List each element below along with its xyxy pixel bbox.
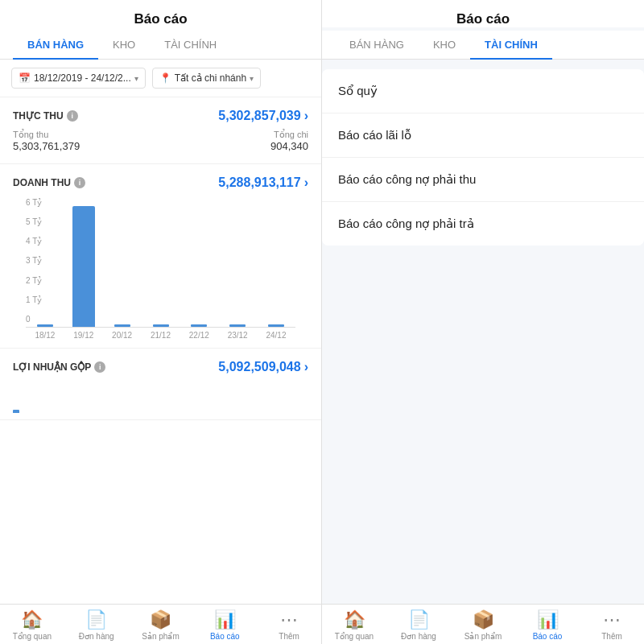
- tab-tai-chinh[interactable]: TÀI CHÍNH: [150, 31, 231, 59]
- nav-them[interactable]: ⋯ Thêm: [257, 609, 321, 641]
- more-icon: ⋯: [280, 609, 298, 630]
- tong-thu-label: Tổng thu: [13, 130, 80, 140]
- finance-menu-list: Sổ quỹ Báo cáo lãi lỗ Báo cáo công nợ ph…: [322, 69, 644, 246]
- nav-tong-quan-label: Tổng quan: [13, 632, 52, 641]
- tab-ban-hang[interactable]: BÁN HÀNG: [13, 31, 98, 59]
- bar-group-6: [257, 198, 295, 327]
- menu-bao-cao-lai-lo[interactable]: Báo cáo lãi lỗ: [322, 114, 644, 158]
- bar-group-2: [103, 198, 142, 327]
- loi-nhuan-value[interactable]: 5,092,509,048 ›: [218, 360, 308, 374]
- right-tabs: BÁN HÀNG KHO TÀI CHÍNH: [322, 31, 644, 60]
- bar-0: [37, 324, 53, 327]
- left-header: Báo cáo: [0, 0, 321, 27]
- nav-them-label: Thêm: [279, 632, 299, 641]
- right-report-icon: 📊: [537, 609, 559, 630]
- left-tabs: BÁN HÀNG KHO TÀI CHÍNH: [0, 31, 321, 60]
- right-more-icon: ⋯: [603, 609, 621, 630]
- right-nav-them[interactable]: ⋯ Thêm: [580, 609, 644, 641]
- bar-1: [72, 206, 95, 327]
- nav-bao-cao[interactable]: 📊 Báo cáo: [192, 609, 257, 641]
- thuc-thu-title-row: THỰC THU i 5,302,857,039 ›: [13, 109, 308, 123]
- branch-filter-label: Tất cả chi nhánh: [175, 72, 246, 84]
- thuc-thu-sub-row: Tổng thu 5,303,761,379 Tổng chi 904,340: [13, 130, 308, 152]
- filter-row: 📅 18/12/2019 - 24/12/2... ▾ 📍 Tất cả chi…: [0, 60, 321, 97]
- tong-chi-label: Tổng chi: [270, 130, 308, 140]
- nav-san-pham[interactable]: 📦 Sản phẩm: [129, 609, 193, 641]
- doanh-thu-label: DOANH THU i: [13, 177, 85, 188]
- doanh-thu-info-icon[interactable]: i: [74, 177, 85, 188]
- loi-nhuan-info-icon[interactable]: i: [94, 361, 105, 373]
- location-icon: 📍: [159, 72, 171, 84]
- menu-cong-no-phai-tra[interactable]: Báo cáo công nợ phải trả: [322, 202, 644, 246]
- bar-3: [153, 324, 169, 327]
- left-bottom-nav: 🏠 Tổng quan 📄 Đơn hàng 📦 Sản phẩm 📊 Báo …: [0, 604, 321, 644]
- bar-4: [191, 324, 207, 327]
- right-bottom-nav: 🏠 Tổng quan 📄 Đơn hàng 📦 Sản phẩm 📊 Báo …: [322, 604, 644, 644]
- nav-san-pham-label: Sản phẩm: [142, 632, 179, 641]
- thuc-thu-section: THỰC THU i 5,302,857,039 › Tổng thu 5,30…: [0, 97, 321, 164]
- bar-5: [229, 324, 246, 327]
- doanh-thu-title-row: DOANH THU i 5,288,913,117 ›: [13, 175, 308, 190]
- bar-group-1: [64, 198, 103, 327]
- right-order-icon: 📄: [408, 609, 430, 630]
- right-panel: Báo cáo BÁN HÀNG KHO TÀI CHÍNH Sổ quỹ Bá…: [322, 0, 644, 644]
- right-nav-san-pham[interactable]: 📦 Sản phẩm: [451, 609, 515, 641]
- chevron-down-icon-2: ▾: [250, 74, 254, 83]
- right-nav-don-hang[interactable]: 📄 Đơn hàng: [386, 609, 451, 641]
- right-nav-bao-cao[interactable]: 📊 Báo cáo: [515, 609, 580, 641]
- doanh-thu-chart: 6 Tỷ 5 Tỷ 4 Tỷ 3 Tỷ 2 Tỷ 1 Tỷ 0 18/12 19…: [13, 190, 308, 343]
- doanh-thu-value[interactable]: 5,288,913,117 ›: [218, 175, 308, 190]
- chart-bars: [26, 198, 295, 327]
- loi-nhuan-label: LỢI NHUẬN GỘP i: [13, 361, 105, 373]
- thuc-thu-label: THỰC THU i: [13, 110, 78, 122]
- order-icon: 📄: [85, 609, 107, 630]
- tong-thu-value: 5,303,761,379: [13, 140, 80, 152]
- loi-nhuan-title-row: LỢI NHUẬN GỘP i 5,092,509,048 ›: [13, 360, 308, 374]
- loi-nhuan-gop-section: LỢI NHUẬN GỘP i 5,092,509,048 ›: [0, 349, 321, 420]
- tong-chi-value: 904,340: [270, 140, 308, 152]
- right-tab-kho[interactable]: KHO: [419, 31, 470, 59]
- nav-tong-quan[interactable]: 🏠 Tổng quan: [0, 609, 64, 641]
- bar-group-4: [180, 198, 218, 327]
- chart-x-labels: 18/12 19/12 20/12 21/12 22/12 23/12 24/1…: [26, 328, 295, 340]
- right-nav-tong-quan[interactable]: 🏠 Tổng quan: [322, 609, 386, 641]
- date-filter-button[interactable]: 📅 18/12/2019 - 24/12/2... ▾: [11, 68, 146, 89]
- right-nav-them-label: Thêm: [601, 632, 622, 641]
- right-nav-tong-quan-label: Tổng quan: [335, 632, 374, 641]
- calendar-icon: 📅: [19, 72, 31, 84]
- right-nav-bao-cao-label: Báo cáo: [533, 632, 563, 641]
- right-tab-tai-chinh[interactable]: TÀI CHÍNH: [470, 31, 552, 59]
- tong-chi-item: Tổng chi 904,340: [270, 130, 308, 152]
- right-nav-don-hang-label: Đơn hàng: [401, 632, 436, 641]
- bar-group-0: [26, 198, 64, 327]
- bar-2: [114, 324, 130, 327]
- right-home-icon: 🏠: [344, 609, 365, 630]
- nav-don-hang-label: Đơn hàng: [79, 632, 114, 641]
- menu-so-quy[interactable]: Sổ quỹ: [322, 69, 644, 114]
- tong-thu-item: Tổng thu 5,303,761,379: [13, 130, 80, 152]
- loi-nhuan-mini-chart: [13, 381, 308, 413]
- doanh-thu-arrow-icon: ›: [304, 175, 308, 190]
- bar-6: [268, 324, 284, 327]
- right-tab-ban-hang[interactable]: BÁN HÀNG: [335, 31, 419, 59]
- thuc-thu-arrow-icon: ›: [304, 109, 308, 123]
- date-filter-label: 18/12/2019 - 24/12/2...: [34, 72, 131, 84]
- report-icon: 📊: [214, 609, 236, 630]
- bar-group-5: [218, 198, 257, 327]
- branch-filter-button[interactable]: 📍 Tất cả chi nhánh ▾: [152, 68, 261, 89]
- thuc-thu-info-icon[interactable]: i: [67, 110, 78, 122]
- right-header: Báo cáo: [322, 0, 644, 27]
- loi-nhuan-arrow-icon: ›: [304, 360, 308, 374]
- nav-don-hang[interactable]: 📄 Đơn hàng: [64, 609, 129, 641]
- right-nav-san-pham-label: Sản phẩm: [464, 632, 502, 641]
- right-product-icon: 📦: [473, 609, 494, 630]
- bar-group-3: [142, 198, 180, 327]
- menu-cong-no-phai-thu[interactable]: Báo cáo công nợ phải thu: [322, 158, 644, 202]
- tab-kho[interactable]: KHO: [98, 31, 150, 59]
- mini-bar: [13, 410, 19, 413]
- chevron-down-icon: ▾: [134, 74, 138, 83]
- product-icon: 📦: [150, 609, 171, 630]
- doanh-thu-section: DOANH THU i 5,288,913,117 › 6 Tỷ 5 Tỷ 4 …: [0, 164, 321, 349]
- thuc-thu-value[interactable]: 5,302,857,039 ›: [218, 109, 308, 123]
- home-icon: 🏠: [21, 609, 43, 630]
